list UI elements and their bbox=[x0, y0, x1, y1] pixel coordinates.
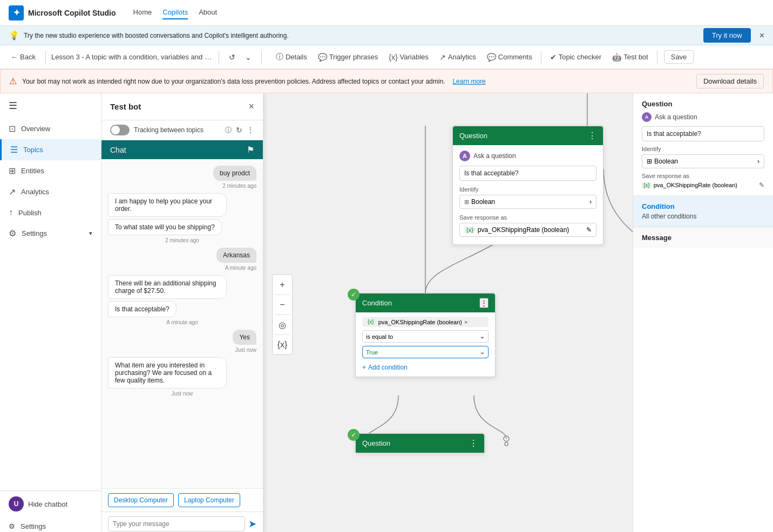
test-bot-button[interactable]: 🤖 Test bot bbox=[608, 51, 653, 64]
chevron-down-icon: ⌄ bbox=[480, 333, 485, 340]
sidebar-label-overview: Overview bbox=[21, 125, 50, 133]
zoom-controls: + − ◎ {x} bbox=[272, 275, 293, 355]
condition-node: Condition ⋮ {x} pva_OKShippingRate (bool… bbox=[355, 293, 496, 377]
right-panel-identify-label: Identify bbox=[642, 146, 764, 152]
testbot-title: Test bot bbox=[110, 102, 141, 111]
topic-checker-icon: ✔ bbox=[550, 53, 557, 62]
toggle-knob bbox=[111, 126, 120, 134]
try-it-now-button[interactable]: Try it now bbox=[703, 28, 751, 43]
fit-button[interactable]: {x} bbox=[275, 337, 290, 352]
boolean-box[interactable]: ⊞ Boolean › bbox=[459, 195, 596, 209]
warning-bar: ⚠ Your bot may not work as intended righ… bbox=[0, 69, 773, 93]
sidebar-settings-bottom[interactable]: ⚙ Settings bbox=[0, 517, 101, 532]
condition-node-header: Condition ⋮ bbox=[356, 294, 495, 312]
question-node: Question ⋮ A Ask a question Is that acce… bbox=[452, 126, 604, 245]
chat-message-4: Arkansas bbox=[108, 248, 256, 263]
analytics-button[interactable]: ↗ Analytics bbox=[435, 51, 480, 64]
testbot-header: Test bot × bbox=[101, 93, 263, 120]
nav-about[interactable]: About bbox=[199, 6, 217, 19]
send-button[interactable]: ➤ bbox=[248, 518, 256, 530]
zoom-divider3 bbox=[275, 335, 290, 335]
boolean-icon: ⊞ bbox=[464, 199, 469, 206]
topics-icon: ☰ bbox=[10, 145, 18, 155]
download-details-button[interactable]: Download details bbox=[696, 74, 764, 88]
test-bot-icon: 🤖 bbox=[612, 53, 621, 62]
analytics-icon: ↗ bbox=[439, 53, 446, 62]
hide-chatbot-label: Hide chatbot bbox=[28, 500, 67, 508]
zoom-out-button[interactable]: − bbox=[275, 297, 290, 312]
more-options-icon[interactable]: ⋮ bbox=[247, 126, 254, 134]
sidebar-item-overview[interactable]: ⊡ Overview bbox=[0, 118, 101, 139]
toolbar-divider5 bbox=[657, 51, 657, 64]
question-node-menu[interactable]: ⋮ bbox=[588, 131, 596, 141]
sidebar-user[interactable]: U Hide chatbot bbox=[0, 491, 101, 517]
chat-bubble: I am happy to help you place your order. bbox=[108, 193, 227, 217]
main-layout: ☰ ⊡ Overview ☰ Topics ⊞ Entities ↗ Analy… bbox=[0, 93, 773, 532]
right-panel-identify-select[interactable]: ⊞ Boolean › bbox=[642, 154, 764, 168]
chevron-right-icon: › bbox=[589, 198, 592, 206]
toolbar-divider2 bbox=[219, 51, 219, 64]
variables-button[interactable]: {x} Variables bbox=[384, 51, 433, 64]
condition-operator-select[interactable]: is equal to ⌄ bbox=[362, 330, 489, 343]
sidebar-item-settings-expand[interactable]: ⚙ Settings ▾ bbox=[0, 223, 101, 244]
zoom-divider2 bbox=[275, 315, 290, 315]
right-panel-ask-icon: A bbox=[642, 112, 652, 122]
condition-title: Condition bbox=[362, 299, 392, 307]
save-button[interactable]: Save bbox=[664, 50, 694, 64]
option-laptop-computer[interactable]: Laptop Computer bbox=[178, 493, 240, 507]
toolbar: ← Back Lesson 3 - A topic with a conditi… bbox=[0, 45, 773, 69]
condition-tag-close[interactable]: × bbox=[464, 319, 467, 325]
topic-checker-button[interactable]: ✔ Topic checker bbox=[546, 51, 606, 64]
comments-button[interactable]: 💬 Comments bbox=[483, 51, 537, 64]
settings-bottom-icon: ⚙ bbox=[9, 522, 15, 530]
condition-menu[interactable]: ⋮ bbox=[479, 298, 489, 308]
sidebar-item-entities[interactable]: ⊞ Entities bbox=[0, 160, 101, 181]
ask-question-label: Ask a question bbox=[473, 152, 516, 160]
edit-var-icon[interactable]: ✎ bbox=[586, 226, 592, 234]
edit-icon[interactable]: ✎ bbox=[759, 181, 764, 189]
chat-bubble: buy prodct bbox=[213, 166, 256, 181]
sidebar-item-publish[interactable]: ↑ Publish bbox=[0, 202, 101, 223]
undo-button[interactable]: ↺ bbox=[225, 50, 240, 65]
refresh-icon[interactable]: ↻ bbox=[236, 126, 242, 134]
testbot-close-button[interactable]: × bbox=[248, 101, 254, 112]
var-box: {x} pva_OKShippingRate (boolean) ✎ bbox=[459, 223, 596, 237]
chat-message-8: What item are you interested in purchasi… bbox=[108, 357, 256, 388]
sidebar-bottom: U Hide chatbot ⚙ Settings bbox=[0, 490, 101, 532]
details-button[interactable]: ⓘ Details bbox=[272, 50, 311, 64]
right-panel-ask-row: A Ask a question bbox=[642, 112, 764, 122]
question-node-2-menu[interactable]: ⋮ bbox=[469, 438, 478, 448]
option-desktop-computer[interactable]: Desktop Computer bbox=[108, 493, 174, 507]
nav-copilots[interactable]: Copilots bbox=[162, 6, 188, 19]
learn-more-link[interactable]: Learn more bbox=[452, 78, 485, 85]
right-panel-save-label: Save response as bbox=[642, 173, 764, 179]
chat-message-6: Is that acceptable? bbox=[108, 301, 256, 317]
redo-dropdown[interactable]: ⌄ bbox=[241, 50, 256, 65]
flag-icon[interactable]: ⚑ bbox=[247, 145, 254, 155]
toolbar-divider4 bbox=[541, 51, 541, 64]
timestamp-1: 2 minutes ago bbox=[108, 183, 256, 189]
banner-close-button[interactable]: × bbox=[760, 31, 764, 40]
chat-bubble: To what state will you be shipping? bbox=[108, 219, 222, 235]
info-icon[interactable]: ⓘ bbox=[225, 126, 232, 135]
hamburger-icon[interactable]: ☰ bbox=[0, 93, 101, 118]
condition-value-select[interactable]: True ⌄ bbox=[362, 346, 489, 358]
sidebar-item-analytics[interactable]: ↗ Analytics bbox=[0, 181, 101, 202]
timestamp-2: 2 minutes ago bbox=[108, 237, 256, 243]
sidebar-label-topics: Topics bbox=[23, 146, 43, 154]
trigger-phrases-button[interactable]: 💬 Trigger phrases bbox=[314, 51, 383, 64]
back-icon: ← bbox=[11, 53, 18, 61]
chat-messages[interactable]: buy prodct 2 minutes ago I am happy to h… bbox=[101, 159, 263, 488]
tracking-toggle[interactable] bbox=[110, 125, 130, 135]
toolbar-actions: ⓘ Details 💬 Trigger phrases {x} Variable… bbox=[272, 50, 694, 64]
var-x-icon: {x} bbox=[365, 318, 376, 325]
back-button[interactable]: ← Back bbox=[6, 51, 40, 63]
zoom-in-button[interactable]: + bbox=[275, 277, 290, 292]
svg-point-5 bbox=[505, 442, 508, 446]
sidebar-item-topics[interactable]: ☰ Topics bbox=[0, 139, 101, 160]
locate-button[interactable]: ◎ bbox=[275, 317, 290, 332]
nav-home[interactable]: Home bbox=[133, 6, 152, 19]
chat-input[interactable] bbox=[108, 516, 245, 531]
add-condition-button[interactable]: + Add condition bbox=[362, 363, 408, 372]
timestamp-4: A minute ago bbox=[108, 319, 256, 325]
